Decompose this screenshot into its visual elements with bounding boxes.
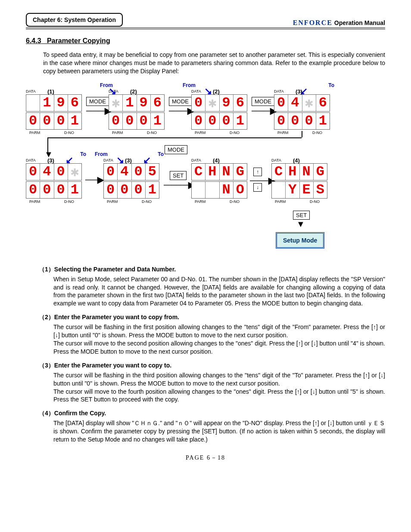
parm-label: PARM <box>107 199 118 204</box>
parm-label: PARM <box>277 131 288 135</box>
panel-4a: DATA (4) C H N G N O PARM D-NO <box>191 159 247 199</box>
page-header: Chapter 6: System Operation enFORCE Oper… <box>26 13 385 29</box>
panel-3c: DATA From To ↘ ↙ (3) 0 4 0 5 0 0 0 1 PAR… <box>103 159 159 199</box>
mode-button[interactable]: MODE <box>86 97 109 106</box>
manual-label: Operation Manual <box>334 19 385 26</box>
step-title: Confirm the Copy. <box>54 410 106 417</box>
seg-top: 0 4 ✱ 6 <box>274 94 330 112</box>
step-4: （4）Confirm the Copy. The [DATA] display … <box>39 410 385 444</box>
setup-mode-box: Setup Mode <box>276 232 324 249</box>
step-title: Enter the Parameter you want to copy to. <box>54 362 171 369</box>
indicator-arrow-icon: ↘ <box>204 89 212 93</box>
step-body: When in Setup Mode, select Parameter 00 … <box>53 275 385 308</box>
dno-label: D-NO <box>142 199 152 204</box>
step-list: （1）Selecting the Parameter and Data Numb… <box>39 266 385 444</box>
mode-button[interactable]: MODE <box>169 97 192 106</box>
up-button[interactable]: ↑ <box>253 168 262 176</box>
step-3: （3）Enter the Parameter you want to copy … <box>39 362 385 404</box>
step-marker: (2) <box>130 88 137 95</box>
dno-label: D-NO <box>312 131 322 135</box>
step-body: The [DATA] display will show "ＣＨｎＧ." and… <box>53 419 385 444</box>
indicator-arrow-icon: ↘ <box>116 158 124 162</box>
data-label: DATA <box>26 89 36 93</box>
seg-bot: N O <box>191 181 247 199</box>
section-number: 6.4.3 <box>26 37 41 44</box>
arrow-right-icon: ───▶ <box>250 175 275 186</box>
to-label: To <box>80 151 86 157</box>
dno-label: D-NO <box>64 199 74 204</box>
seg-top: 0 4 0 ✱ <box>26 163 82 180</box>
step-title: Selecting the Parameter and Data Number. <box>54 266 176 273</box>
panel-2b: DATA From ↘ (2) 0 ✱ 9 6 0 0 0 1 PARM D-N… <box>191 90 247 130</box>
arrow-right-icon: ───▶ <box>252 106 277 116</box>
from-label: From <box>183 82 196 88</box>
step-1: （1）Selecting the Parameter and Data Numb… <box>39 266 385 308</box>
indicator-arrow-icon: ↘ <box>109 89 116 93</box>
panel-1: DATA (1) 1 9 6 0 0 0 1 PARM D-NO <box>26 90 82 130</box>
dno-label: D-NO <box>147 131 157 135</box>
panel-3a: DATA To ↙ (3) 0 4 ✱ 6 0 0 0 1 PARM D-NO <box>274 90 330 130</box>
seg-bot: Y E S <box>271 181 327 199</box>
seg-bot: 0 0 0 1 <box>191 112 247 130</box>
step-title: Enter the Parameter you want to copy fro… <box>54 314 179 320</box>
data-label: DATA <box>271 158 281 162</box>
brand-logo: enFORCE <box>293 19 333 26</box>
page-footer: PAGE 6－18 <box>26 454 385 462</box>
mode-button[interactable]: MODE <box>165 145 187 154</box>
section-heading: Parameter Copying <box>47 37 110 44</box>
set-button[interactable]: SET <box>170 171 187 180</box>
section-intro: To speed data entry, it may be beneficia… <box>43 51 385 75</box>
set-button[interactable]: SET <box>293 211 310 220</box>
from-label: From <box>95 151 108 157</box>
dno-label: D-NO <box>64 131 74 135</box>
step-num: （2） <box>39 314 54 320</box>
step-marker: (4) <box>293 157 300 164</box>
parm-label: PARM <box>195 131 206 135</box>
data-label: DATA <box>103 158 113 162</box>
step-marker: (1) <box>47 88 54 95</box>
flow-line <box>47 137 302 138</box>
procedure-diagram: DATA (1) 1 9 6 0 0 0 1 PARM D-NO MODE ──… <box>26 81 385 258</box>
step-marker: (3) <box>125 157 132 164</box>
seg-top: ✱ 1 9 6 <box>109 94 165 112</box>
arrow-right-icon: ──▶ <box>85 174 104 185</box>
seg-bot: 0 0 0 1 <box>26 181 82 199</box>
step-num: （3） <box>39 362 54 369</box>
step-body: The cursor will be flashing in the third… <box>53 371 385 404</box>
parm-label: PARM <box>29 131 40 135</box>
panel-4b: DATA (4) C H N G Y E S PARM D-NO <box>271 159 327 199</box>
arrow-right-icon: ────▶ <box>164 180 195 190</box>
seg-bot: 0 0 0 1 <box>109 112 165 130</box>
seg-top: 1 9 6 <box>26 94 82 112</box>
mode-button[interactable]: MODE <box>252 97 274 106</box>
step-marker: (3) <box>47 157 54 164</box>
parm-label: PARM <box>112 131 123 135</box>
data-label: DATA <box>191 89 201 93</box>
step-num: （1） <box>39 266 54 273</box>
manual-title: enFORCE Operation Manual <box>293 19 385 27</box>
step-body: The cursor will be flashing in the first… <box>53 323 385 356</box>
step-marker: (4) <box>213 157 220 164</box>
parm-label: PARM <box>275 199 286 204</box>
flow-line <box>302 131 302 137</box>
seg-bot: 0 0 0 1 <box>103 181 159 199</box>
seg-top: 0 ✱ 9 6 <box>191 94 247 112</box>
arrow-right-icon: ───▶ <box>169 106 194 116</box>
panel-3b: DATA To ↙ (3) 0 4 0 ✱ 0 0 0 1 PARM D-NO <box>26 159 82 199</box>
seg-bot: 0 0 0 1 <box>26 112 82 130</box>
arrow-right-icon: ───▶ <box>86 106 111 116</box>
indicator-arrow-icon: ↙ <box>65 158 73 162</box>
dno-label: D-NO <box>310 199 320 204</box>
step-marker: (3) <box>296 88 302 95</box>
parm-label: PARM <box>195 199 206 204</box>
to-label: To <box>328 82 334 88</box>
step-num: （4） <box>39 410 54 417</box>
step-2: （2）Enter the Parameter you want to copy … <box>39 314 385 356</box>
data-label: DATA <box>274 89 284 93</box>
to-label: To <box>158 151 164 157</box>
seg-top: C H N G <box>271 163 327 180</box>
data-label: DATA <box>191 158 201 162</box>
seg-top: C H N G <box>191 163 247 180</box>
seg-bot: 0 0 0 1 <box>274 112 330 130</box>
dno-label: D-NO <box>230 131 240 135</box>
